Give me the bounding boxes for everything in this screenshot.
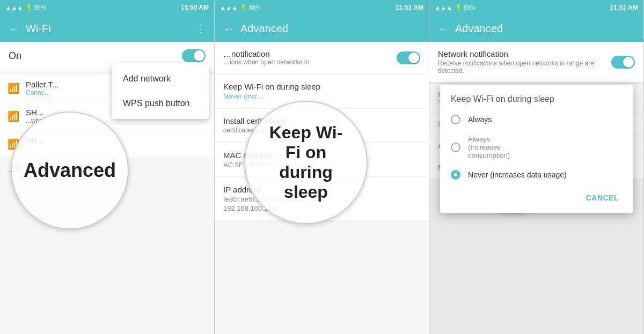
ip-value-2: 192.168.100.124: [223, 204, 420, 212]
notif-text-block: …notification …ions when open networks i…: [223, 49, 396, 66]
network-item-3[interactable]: 📶 SH...: [0, 130, 214, 158]
dropdown-menu: Add network WPS push button: [112, 63, 209, 119]
radio-always-increase[interactable]: [451, 143, 460, 152]
keep-wifi-dialog: Keep Wi-Fi on during sleep Always Always…: [440, 85, 633, 213]
radio-never[interactable]: [451, 170, 460, 180]
keep-wifi-value: Never (incr…: [223, 92, 420, 100]
option-label-always-increase: Always(Increasesconsumption): [468, 135, 510, 159]
dropdown-add-network[interactable]: Add network: [112, 66, 209, 91]
dialog-actions: CANCEL: [440, 185, 633, 213]
signal-icon-2: ▲▲▲: [220, 4, 238, 11]
top-bar-3: ← Advanced: [429, 15, 643, 42]
status-bar-1: ▲▲▲ 🔋 88% 11:50 AM: [0, 0, 214, 15]
dialog-option-always[interactable]: Always: [440, 109, 633, 130]
back-button-2[interactable]: ←: [223, 23, 234, 35]
network-notification-row[interactable]: …notification …ions when open networks i…: [215, 42, 429, 74]
wifi-lock-icon-2: 📶: [8, 110, 19, 122]
wifi-content: On Add network WPS push button 📶 Pallet …: [0, 42, 214, 334]
panel3-bg: Network notification Receive notificatio…: [429, 42, 643, 334]
status-bar-2: ▲▲▲ 🔋 88% 11:51 AM: [215, 0, 429, 15]
notif-toggle-2[interactable]: [397, 51, 420, 64]
battery-icon-2: 🔋 88%: [240, 4, 261, 11]
dropdown-wps[interactable]: WPS push button: [112, 91, 209, 116]
panel-advanced: ▲▲▲ 🔋 88% 11:51 AM ← Advanced …notificat…: [215, 0, 429, 334]
page-title-3: Advanced: [455, 23, 635, 35]
status-bar-3: ▲▲▲ 🔋 88% 11:51 AM: [429, 0, 643, 15]
keep-wifi-label: Keep Wi-Fi on during sleep: [223, 82, 420, 91]
top-bar-2: ← Advanced: [215, 15, 429, 42]
back-button-3[interactable]: ←: [438, 23, 449, 35]
network-notif-row-3[interactable]: Network notification Receive notificatio…: [429, 42, 643, 83]
notif-toggle-3[interactable]: [611, 56, 635, 69]
ip-label: IP address: [223, 185, 420, 194]
back-button-1[interactable]: ←: [9, 23, 19, 35]
keep-wifi-row[interactable]: Keep Wi-Fi on during sleep Never (incr…: [215, 75, 429, 108]
time-2: 11:51 AM: [396, 4, 423, 11]
signal-icon-3: ▲▲▲: [435, 4, 452, 11]
more-icon-1[interactable]: ⋮: [195, 22, 206, 35]
signal-icon-1: ▲▲▲: [5, 4, 23, 11]
wifi-lock-icon-3: 📶: [8, 138, 19, 150]
page-title-1: Wi-Fi: [26, 23, 188, 35]
notif-label: …notification: [223, 49, 396, 58]
mac-address-row: MAC address AC:5F:3E:3E:FC:53: [215, 143, 429, 177]
time-1: 11:50 AM: [181, 4, 209, 11]
notif-sub-3: Receive notifications when open networks…: [438, 60, 611, 75]
time-3: 11:51 AM: [610, 4, 638, 11]
status-icons-left-2: ▲▲▲ 🔋 88%: [220, 4, 261, 11]
cancel-button[interactable]: CANCEL: [581, 190, 624, 205]
ip-partial-1: .78: [0, 158, 214, 180]
mac-label: MAC address: [223, 151, 420, 160]
ip-value-1: fe80::ae5f:3eff:fe3e:fc53: [223, 195, 420, 203]
battery-icon-3: 🔋 88%: [455, 4, 475, 11]
panel-wifi: ▲▲▲ 🔋 88% 11:50 AM ← Wi-Fi ⋮ On Add netw…: [0, 0, 215, 334]
status-icons-left-1: ▲▲▲ 🔋 88%: [5, 4, 46, 11]
advanced-content-2: …notification …ions when open networks i…: [215, 42, 429, 334]
notif-text-3: Network notification Receive notificatio…: [438, 49, 611, 75]
wifi-toggle[interactable]: [182, 49, 206, 62]
dialog-option-always-increase[interactable]: Always(Increasesconsumption): [440, 130, 633, 165]
wifi-on-label: On: [9, 50, 21, 62]
radio-always[interactable]: [451, 115, 460, 124]
install-certs-sub: certificates from your device: [223, 127, 420, 134]
battery-icon-1: 🔋 88%: [25, 4, 46, 11]
mac-value: AC:5F:3E:3E:FC:53: [223, 161, 420, 169]
notif-sub: …ions when open networks in: [223, 58, 396, 66]
status-icons-left-3: ▲▲▲ 🔋 88%: [435, 4, 475, 11]
install-certs-label: Install certificates: [223, 116, 420, 125]
dialog-title: Keep Wi-Fi on during sleep: [440, 85, 633, 109]
install-certs-row[interactable]: Install certificates certificates from y…: [215, 109, 429, 142]
ip-address-row: IP address fe80::ae5f:3eff:fe3e:fc53 192…: [215, 177, 429, 220]
panel-advanced-dialog: ▲▲▲ 🔋 88% 11:51 AM ← Advanced Network no…: [429, 0, 644, 334]
notif-title-3: Network notification: [438, 49, 611, 58]
page-title-2: Advanced: [240, 23, 420, 35]
option-label-never: Never (increases data usage): [468, 170, 567, 179]
top-bar-1: ← Wi-Fi ⋮: [0, 15, 214, 42]
wifi-lock-icon-1: 📶: [8, 83, 19, 94]
dialog-option-never[interactable]: Never (increases data usage): [440, 165, 633, 185]
option-label-always: Always: [468, 115, 492, 124]
network-name-3: SH...: [26, 136, 206, 145]
